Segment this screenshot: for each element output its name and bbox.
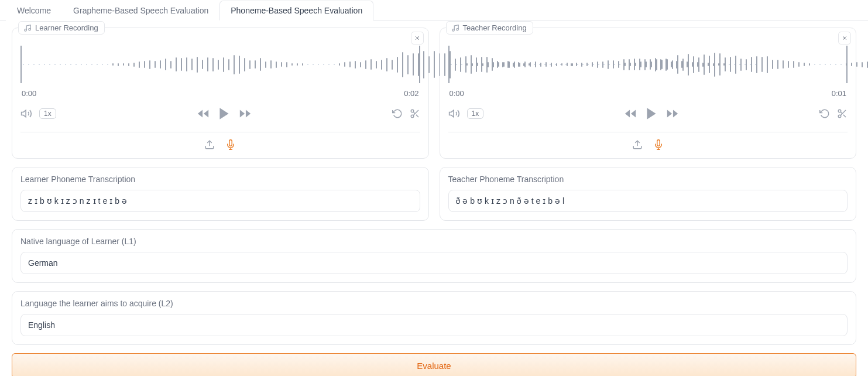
teacher-transcription-panel: Teacher Phoneme Transcription: [440, 167, 857, 221]
divider: [448, 132, 848, 132]
svg-line-32: [840, 112, 842, 114]
close-icon: [414, 35, 421, 42]
teacher-time-end: 0:01: [832, 89, 846, 98]
close-icon: [841, 35, 848, 42]
main-content: Learner Recording 0:00 0:02: [0, 20, 868, 376]
music-icon: [23, 24, 32, 32]
undo-icon[interactable]: [392, 108, 403, 119]
play-icon[interactable]: [217, 106, 232, 121]
volume-icon[interactable]: [20, 108, 32, 119]
svg-marker-4: [22, 110, 26, 117]
evaluate-button[interactable]: Evaluate: [12, 353, 856, 376]
svg-marker-27: [667, 110, 672, 118]
learner-waveform[interactable]: [20, 46, 420, 83]
learner-transcription-input[interactable]: [20, 190, 420, 212]
learner-transcription-label: Learner Phoneme Transcription: [20, 175, 420, 184]
teacher-close-button[interactable]: [838, 32, 851, 45]
learner-chip: Learner Recording: [18, 21, 105, 35]
upload-icon[interactable]: [632, 139, 643, 150]
svg-line-13: [416, 115, 418, 117]
svg-point-1: [29, 28, 31, 30]
svg-marker-26: [673, 110, 678, 118]
forward-icon[interactable]: [666, 107, 679, 120]
learner-time-start: 0:00: [22, 89, 36, 98]
svg-point-19: [456, 28, 458, 30]
learner-speed-badge[interactable]: 1x: [39, 108, 56, 119]
teacher-upload-row: [448, 139, 848, 150]
svg-marker-6: [204, 110, 208, 118]
teacher-waveform[interactable]: [448, 46, 848, 83]
svg-marker-7: [219, 108, 228, 119]
teacher-time-row: 0:00 0:01: [448, 89, 848, 98]
svg-point-11: [411, 115, 414, 118]
mic-icon[interactable]: [653, 139, 664, 150]
learner-time-row: 0:00 0:02: [20, 89, 420, 98]
teacher-chip-label: Teacher Recording: [463, 23, 527, 32]
tab-bar: Welcome Grapheme-Based Speech Evaluation…: [0, 0, 868, 20]
svg-point-10: [411, 110, 414, 112]
l1-panel: Native language of Learner (L1): [12, 229, 856, 283]
svg-line-14: [413, 112, 415, 114]
learner-close-button[interactable]: [411, 32, 424, 45]
teacher-transcription-label: Teacher Phoneme Transcription: [448, 175, 848, 184]
svg-line-31: [843, 115, 846, 117]
svg-point-18: [452, 29, 454, 31]
svg-marker-9: [239, 110, 244, 118]
learner-transcription-panel: Learner Phoneme Transcription: [12, 167, 429, 221]
mic-icon[interactable]: [225, 139, 236, 150]
teacher-speed-badge[interactable]: 1x: [467, 108, 484, 119]
learner-chip-label: Learner Recording: [35, 23, 98, 32]
undo-icon[interactable]: [819, 108, 830, 119]
l1-label: Native language of Learner (L1): [20, 237, 848, 246]
rewind-icon[interactable]: [624, 107, 637, 120]
l2-panel: Language the learner aims to acquire (L2…: [12, 291, 856, 345]
l2-label: Language the learner aims to acquire (L2…: [20, 299, 848, 308]
teacher-controls: 1x: [448, 106, 848, 121]
volume-icon[interactable]: [448, 108, 460, 119]
svg-marker-22: [449, 110, 454, 117]
svg-marker-5: [197, 110, 202, 118]
learner-controls: 1x: [20, 106, 420, 121]
svg-point-29: [838, 115, 841, 118]
learner-recording-panel: Learner Recording 0:00 0:02: [12, 28, 429, 159]
forward-icon[interactable]: [239, 107, 252, 120]
tab-grapheme[interactable]: Grapheme-Based Speech Evaluation: [62, 1, 219, 20]
svg-point-28: [838, 110, 841, 112]
rewind-icon[interactable]: [197, 107, 210, 120]
teacher-time-start: 0:00: [450, 89, 464, 98]
svg-marker-23: [625, 110, 630, 118]
teacher-transcription-input[interactable]: [448, 190, 848, 212]
svg-point-0: [25, 29, 27, 31]
learner-upload-row: [20, 139, 420, 150]
play-icon[interactable]: [644, 106, 659, 121]
scissors-icon[interactable]: [837, 108, 848, 119]
svg-marker-8: [246, 110, 251, 118]
upload-icon[interactable]: [204, 139, 215, 150]
teacher-chip: Teacher Recording: [446, 21, 533, 35]
l2-input[interactable]: [20, 314, 848, 336]
svg-marker-24: [631, 110, 636, 118]
tab-phoneme[interactable]: Phoneme-Based Speech Evaluation: [219, 1, 373, 20]
divider: [20, 132, 420, 132]
scissors-icon[interactable]: [410, 108, 420, 119]
teacher-recording-panel: Teacher Recording 0:00 0:01: [440, 28, 857, 159]
l1-input[interactable]: [20, 252, 848, 274]
learner-time-end: 0:02: [404, 89, 418, 98]
music-icon: [451, 24, 459, 32]
svg-marker-25: [647, 108, 656, 119]
tab-welcome[interactable]: Welcome: [6, 1, 62, 20]
